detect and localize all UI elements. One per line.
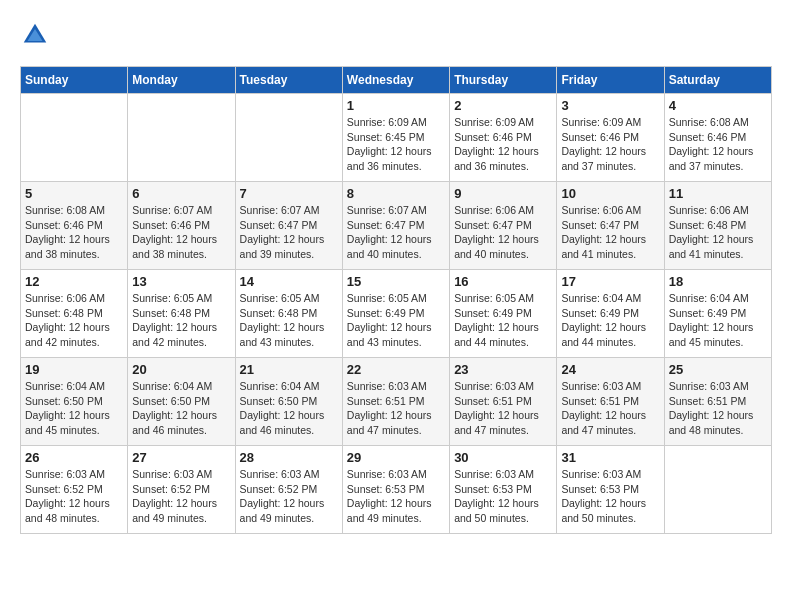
day-info: Sunrise: 6:05 AM Sunset: 6:48 PM Dayligh…	[240, 291, 338, 350]
calendar-day-cell: 27Sunrise: 6:03 AM Sunset: 6:52 PM Dayli…	[128, 446, 235, 534]
calendar-day-cell: 15Sunrise: 6:05 AM Sunset: 6:49 PM Dayli…	[342, 270, 449, 358]
calendar-week-row: 5Sunrise: 6:08 AM Sunset: 6:46 PM Daylig…	[21, 182, 772, 270]
weekday-header: Monday	[128, 67, 235, 94]
calendar-day-cell: 22Sunrise: 6:03 AM Sunset: 6:51 PM Dayli…	[342, 358, 449, 446]
calendar-day-cell: 28Sunrise: 6:03 AM Sunset: 6:52 PM Dayli…	[235, 446, 342, 534]
day-number: 9	[454, 186, 552, 201]
calendar-day-cell: 14Sunrise: 6:05 AM Sunset: 6:48 PM Dayli…	[235, 270, 342, 358]
day-info: Sunrise: 6:03 AM Sunset: 6:53 PM Dayligh…	[454, 467, 552, 526]
header	[20, 20, 772, 50]
day-info: Sunrise: 6:06 AM Sunset: 6:48 PM Dayligh…	[669, 203, 767, 262]
calendar-day-cell: 16Sunrise: 6:05 AM Sunset: 6:49 PM Dayli…	[450, 270, 557, 358]
calendar-day-cell: 18Sunrise: 6:04 AM Sunset: 6:49 PM Dayli…	[664, 270, 771, 358]
day-info: Sunrise: 6:03 AM Sunset: 6:52 PM Dayligh…	[132, 467, 230, 526]
day-info: Sunrise: 6:03 AM Sunset: 6:51 PM Dayligh…	[347, 379, 445, 438]
day-info: Sunrise: 6:03 AM Sunset: 6:53 PM Dayligh…	[561, 467, 659, 526]
day-number: 1	[347, 98, 445, 113]
calendar-day-cell: 19Sunrise: 6:04 AM Sunset: 6:50 PM Dayli…	[21, 358, 128, 446]
calendar-day-cell: 8Sunrise: 6:07 AM Sunset: 6:47 PM Daylig…	[342, 182, 449, 270]
weekday-header: Tuesday	[235, 67, 342, 94]
calendar-day-cell: 5Sunrise: 6:08 AM Sunset: 6:46 PM Daylig…	[21, 182, 128, 270]
day-info: Sunrise: 6:07 AM Sunset: 6:47 PM Dayligh…	[347, 203, 445, 262]
day-info: Sunrise: 6:09 AM Sunset: 6:45 PM Dayligh…	[347, 115, 445, 174]
calendar-day-cell: 9Sunrise: 6:06 AM Sunset: 6:47 PM Daylig…	[450, 182, 557, 270]
day-info: Sunrise: 6:04 AM Sunset: 6:49 PM Dayligh…	[561, 291, 659, 350]
calendar-week-row: 26Sunrise: 6:03 AM Sunset: 6:52 PM Dayli…	[21, 446, 772, 534]
calendar-day-cell: 10Sunrise: 6:06 AM Sunset: 6:47 PM Dayli…	[557, 182, 664, 270]
day-number: 2	[454, 98, 552, 113]
day-number: 15	[347, 274, 445, 289]
calendar-week-row: 1Sunrise: 6:09 AM Sunset: 6:45 PM Daylig…	[21, 94, 772, 182]
day-number: 26	[25, 450, 123, 465]
day-number: 28	[240, 450, 338, 465]
day-info: Sunrise: 6:03 AM Sunset: 6:53 PM Dayligh…	[347, 467, 445, 526]
day-info: Sunrise: 6:04 AM Sunset: 6:49 PM Dayligh…	[669, 291, 767, 350]
calendar-day-cell: 24Sunrise: 6:03 AM Sunset: 6:51 PM Dayli…	[557, 358, 664, 446]
weekday-header: Saturday	[664, 67, 771, 94]
day-info: Sunrise: 6:08 AM Sunset: 6:46 PM Dayligh…	[25, 203, 123, 262]
calendar-day-cell	[128, 94, 235, 182]
day-info: Sunrise: 6:07 AM Sunset: 6:47 PM Dayligh…	[240, 203, 338, 262]
calendar-day-cell: 2Sunrise: 6:09 AM Sunset: 6:46 PM Daylig…	[450, 94, 557, 182]
calendar-day-cell: 17Sunrise: 6:04 AM Sunset: 6:49 PM Dayli…	[557, 270, 664, 358]
calendar-day-cell: 3Sunrise: 6:09 AM Sunset: 6:46 PM Daylig…	[557, 94, 664, 182]
calendar-day-cell: 25Sunrise: 6:03 AM Sunset: 6:51 PM Dayli…	[664, 358, 771, 446]
calendar-day-cell: 12Sunrise: 6:06 AM Sunset: 6:48 PM Dayli…	[21, 270, 128, 358]
calendar-day-cell: 13Sunrise: 6:05 AM Sunset: 6:48 PM Dayli…	[128, 270, 235, 358]
day-number: 3	[561, 98, 659, 113]
day-number: 20	[132, 362, 230, 377]
day-info: Sunrise: 6:04 AM Sunset: 6:50 PM Dayligh…	[240, 379, 338, 438]
day-number: 21	[240, 362, 338, 377]
calendar-day-cell: 30Sunrise: 6:03 AM Sunset: 6:53 PM Dayli…	[450, 446, 557, 534]
day-number: 14	[240, 274, 338, 289]
weekday-header: Sunday	[21, 67, 128, 94]
day-info: Sunrise: 6:04 AM Sunset: 6:50 PM Dayligh…	[25, 379, 123, 438]
day-info: Sunrise: 6:06 AM Sunset: 6:47 PM Dayligh…	[454, 203, 552, 262]
calendar-day-cell: 7Sunrise: 6:07 AM Sunset: 6:47 PM Daylig…	[235, 182, 342, 270]
day-info: Sunrise: 6:07 AM Sunset: 6:46 PM Dayligh…	[132, 203, 230, 262]
day-info: Sunrise: 6:05 AM Sunset: 6:48 PM Dayligh…	[132, 291, 230, 350]
day-info: Sunrise: 6:08 AM Sunset: 6:46 PM Dayligh…	[669, 115, 767, 174]
day-number: 8	[347, 186, 445, 201]
day-number: 10	[561, 186, 659, 201]
day-number: 30	[454, 450, 552, 465]
day-number: 19	[25, 362, 123, 377]
weekday-header-row: SundayMondayTuesdayWednesdayThursdayFrid…	[21, 67, 772, 94]
day-number: 11	[669, 186, 767, 201]
calendar-day-cell: 11Sunrise: 6:06 AM Sunset: 6:48 PM Dayli…	[664, 182, 771, 270]
calendar-day-cell	[21, 94, 128, 182]
calendar-day-cell: 29Sunrise: 6:03 AM Sunset: 6:53 PM Dayli…	[342, 446, 449, 534]
day-number: 4	[669, 98, 767, 113]
calendar-day-cell	[235, 94, 342, 182]
calendar-day-cell: 4Sunrise: 6:08 AM Sunset: 6:46 PM Daylig…	[664, 94, 771, 182]
logo	[20, 20, 54, 50]
day-number: 25	[669, 362, 767, 377]
calendar-day-cell: 23Sunrise: 6:03 AM Sunset: 6:51 PM Dayli…	[450, 358, 557, 446]
day-number: 23	[454, 362, 552, 377]
calendar-week-row: 19Sunrise: 6:04 AM Sunset: 6:50 PM Dayli…	[21, 358, 772, 446]
weekday-header: Thursday	[450, 67, 557, 94]
day-info: Sunrise: 6:03 AM Sunset: 6:51 PM Dayligh…	[454, 379, 552, 438]
day-info: Sunrise: 6:06 AM Sunset: 6:48 PM Dayligh…	[25, 291, 123, 350]
day-info: Sunrise: 6:06 AM Sunset: 6:47 PM Dayligh…	[561, 203, 659, 262]
weekday-header: Wednesday	[342, 67, 449, 94]
day-number: 16	[454, 274, 552, 289]
day-number: 31	[561, 450, 659, 465]
day-number: 18	[669, 274, 767, 289]
calendar-week-row: 12Sunrise: 6:06 AM Sunset: 6:48 PM Dayli…	[21, 270, 772, 358]
day-number: 17	[561, 274, 659, 289]
day-number: 7	[240, 186, 338, 201]
day-info: Sunrise: 6:05 AM Sunset: 6:49 PM Dayligh…	[347, 291, 445, 350]
weekday-header: Friday	[557, 67, 664, 94]
day-number: 24	[561, 362, 659, 377]
calendar-day-cell: 21Sunrise: 6:04 AM Sunset: 6:50 PM Dayli…	[235, 358, 342, 446]
day-number: 6	[132, 186, 230, 201]
calendar-table: SundayMondayTuesdayWednesdayThursdayFrid…	[20, 66, 772, 534]
day-info: Sunrise: 6:03 AM Sunset: 6:52 PM Dayligh…	[240, 467, 338, 526]
day-info: Sunrise: 6:03 AM Sunset: 6:52 PM Dayligh…	[25, 467, 123, 526]
day-number: 5	[25, 186, 123, 201]
day-number: 29	[347, 450, 445, 465]
day-number: 27	[132, 450, 230, 465]
calendar-day-cell: 26Sunrise: 6:03 AM Sunset: 6:52 PM Dayli…	[21, 446, 128, 534]
calendar-day-cell: 1Sunrise: 6:09 AM Sunset: 6:45 PM Daylig…	[342, 94, 449, 182]
